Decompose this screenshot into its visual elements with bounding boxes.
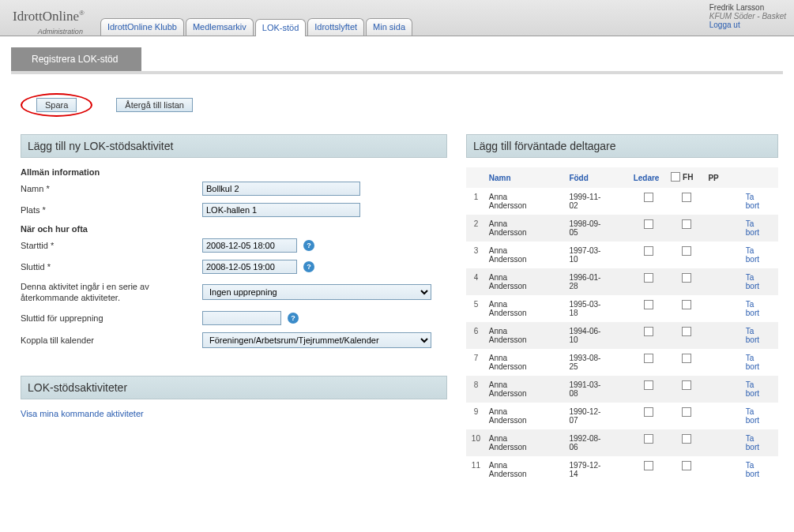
leader-checkbox[interactable]	[644, 461, 653, 470]
row-index: 5	[466, 295, 486, 322]
fh-checkbox[interactable]	[682, 300, 691, 309]
row-index: 6	[466, 322, 486, 349]
label-repeat-end: Sluttid för upprepning	[21, 313, 202, 323]
logout-link[interactable]: Logga ut	[709, 21, 786, 29]
table-row: 9AnnaAndersson1990-12-07Tabort	[466, 403, 778, 429]
row-index: 11	[466, 456, 486, 483]
tab-idrottonline-klubb[interactable]: IdrottOnline Klubb	[100, 18, 184, 36]
page-title: Registrera LOK-stöd	[11, 47, 141, 71]
remove-link[interactable]: Tabort	[746, 380, 759, 398]
pp-cell	[705, 403, 742, 429]
leader-checkbox[interactable]	[644, 273, 653, 283]
tab-idrottslyftet[interactable]: Idrottslyftet	[307, 18, 364, 36]
recurrence-select[interactable]: Ingen upprepning	[202, 284, 431, 300]
remove-link[interactable]: Tabort	[746, 246, 759, 264]
fh-checkbox[interactable]	[682, 327, 691, 336]
save-button[interactable]: Spara	[36, 98, 77, 112]
leader-checkbox[interactable]	[644, 354, 653, 363]
remove-link[interactable]: Tabort	[746, 461, 759, 478]
fh-checkbox[interactable]	[682, 434, 691, 444]
pp-cell	[705, 295, 742, 322]
name-input[interactable]	[202, 182, 360, 196]
app-header: IdrottOnline® Administration IdrottOnlin…	[0, 0, 794, 36]
tab-min-sida[interactable]: Min sida	[366, 18, 412, 36]
starttime-input[interactable]	[202, 238, 297, 253]
return-to-list-button[interactable]: Återgå till listan	[116, 98, 193, 112]
leader-checkbox[interactable]	[644, 327, 653, 336]
help-icon[interactable]: ?	[288, 313, 299, 324]
table-row: 3AnnaAndersson1997-03-10Tabort	[466, 242, 778, 268]
fh-checkbox[interactable]	[682, 354, 691, 363]
endtime-input[interactable]	[202, 260, 297, 274]
remove-link[interactable]: Tabort	[746, 407, 759, 425]
leader-checkbox[interactable]	[644, 380, 653, 390]
remove-link[interactable]: Tabort	[746, 193, 759, 210]
fh-checkbox[interactable]	[682, 246, 691, 256]
leader-checkbox[interactable]	[644, 407, 653, 417]
leader-checkbox[interactable]	[644, 246, 653, 256]
tab-lok-stod[interactable]: LOK-stöd	[255, 19, 306, 36]
calendar-select[interactable]: Föreningen/Arbetsrum/Tjejrummet/Kalender	[202, 332, 431, 348]
row-born: 1993-08-25	[566, 349, 630, 376]
table-row: 8AnnaAndersson1991-03-08Tabort	[466, 376, 778, 403]
pp-cell	[705, 322, 742, 349]
fh-checkbox[interactable]	[682, 219, 691, 229]
leader-checkbox[interactable]	[644, 193, 653, 202]
col-born[interactable]: Född	[566, 167, 630, 188]
remove-link[interactable]: Tabort	[746, 434, 759, 451]
pp-cell	[705, 188, 742, 215]
row-name: AnnaAndersson	[486, 322, 566, 349]
remove-link[interactable]: Tabort	[746, 327, 759, 344]
fh-checkbox[interactable]	[682, 193, 691, 202]
table-row: 1AnnaAndersson1999-11-02Tabort	[466, 188, 778, 215]
user-box: Fredrik Larsson KFUM Söder - Basket Logg…	[709, 3, 786, 29]
help-icon[interactable]: ?	[303, 261, 314, 272]
fh-all-checkbox[interactable]	[671, 172, 680, 182]
fh-checkbox[interactable]	[682, 273, 691, 283]
col-index	[466, 167, 486, 188]
table-row: 2AnnaAndersson1998-09-05Tabort	[466, 215, 778, 242]
leader-checkbox[interactable]	[644, 219, 653, 229]
remove-link[interactable]: Tabort	[746, 273, 759, 290]
leader-checkbox[interactable]	[644, 434, 653, 444]
remove-link[interactable]: Tabort	[746, 300, 759, 317]
col-leader[interactable]: Ledare	[630, 167, 668, 188]
row-name: AnnaAndersson	[486, 268, 566, 295]
row-born: 1995-03-18	[566, 295, 630, 322]
col-name[interactable]: Namn	[486, 167, 566, 188]
row-index: 3	[466, 242, 486, 268]
remove-link[interactable]: Tabort	[746, 354, 759, 371]
left-column: Lägg till ny LOK-stödsaktivitet Allmän i…	[21, 134, 447, 483]
remove-link[interactable]: Tabort	[746, 219, 759, 237]
show-upcoming-activities-link[interactable]: Visa mina kommande aktiviteter	[21, 409, 144, 418]
row-name: AnnaAndersson	[486, 376, 566, 403]
pp-cell	[705, 349, 742, 376]
table-row: 5AnnaAndersson1995-03-18Tabort	[466, 295, 778, 322]
pp-cell	[705, 429, 742, 456]
pp-cell	[705, 242, 742, 268]
fh-checkbox[interactable]	[682, 380, 691, 390]
row-name: AnnaAndersson	[486, 242, 566, 268]
place-input[interactable]	[202, 203, 360, 217]
row-index: 2	[466, 215, 486, 242]
leader-checkbox[interactable]	[644, 300, 653, 309]
row-born: 1999-11-02	[566, 188, 630, 215]
panel-title-add-activity: Lägg till ny LOK-stödsaktivitet	[21, 134, 447, 158]
pp-cell	[705, 215, 742, 242]
help-icon[interactable]: ?	[303, 240, 314, 251]
row-index: 1	[466, 188, 486, 215]
fh-checkbox[interactable]	[682, 407, 691, 417]
panel-title-participants: Lägg till förväntade deltagare	[466, 134, 778, 158]
participants-table: Namn Född Ledare FH PP 1AnnaAndersson199…	[466, 167, 778, 483]
fh-checkbox[interactable]	[682, 461, 691, 470]
row-born: 1990-12-07	[566, 403, 630, 429]
repeat-end-input[interactable]	[202, 311, 281, 325]
logo-block: IdrottOnline® Administration	[6, 9, 85, 36]
user-org: KFUM Söder - Basket	[709, 12, 786, 21]
row-born: 1997-03-10	[566, 242, 630, 268]
tab-medlemsarkiv[interactable]: Medlemsarkiv	[186, 18, 254, 36]
row-born: 1992-08-06	[566, 429, 630, 456]
label-endtime: Sluttid *	[21, 262, 202, 272]
section-general-info: Allmän information	[21, 167, 447, 177]
content-area: Spara Återgå till listan Lägg till ny LO…	[0, 74, 794, 499]
